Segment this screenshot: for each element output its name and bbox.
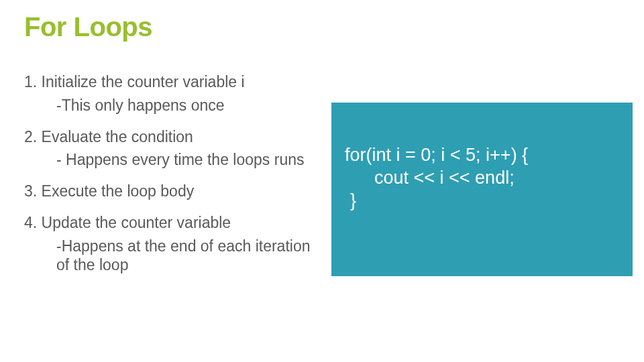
step-2-sub: - Happens every time the loops runs: [56, 150, 319, 170]
step-4-sub: -Happens at the end of each iteration of…: [56, 237, 319, 276]
step-3: 3. Execute the loop body: [24, 182, 319, 201]
code-line-1: for(int i = 0; i < 5; i++) {: [345, 144, 633, 167]
content-area: 1. Initialize the counter variable i -Th…: [24, 72, 319, 287]
code-box: for(int i = 0; i < 5; i++) { cout << i <…: [331, 103, 633, 276]
step-4: 4. Update the counter variable: [24, 213, 319, 233]
step-1: 1. Initialize the counter variable i: [24, 72, 319, 92]
slide-title: For Loops: [24, 12, 152, 42]
step-1-sub: -This only happens once: [56, 96, 319, 115]
code-line-2: cout << i << endl;: [345, 167, 633, 190]
step-2: 2. Evaluate the condition: [24, 127, 319, 147]
code-line-3: }: [345, 190, 633, 213]
slide: For Loops 1. Initialize the counter vari…: [0, 0, 644, 362]
